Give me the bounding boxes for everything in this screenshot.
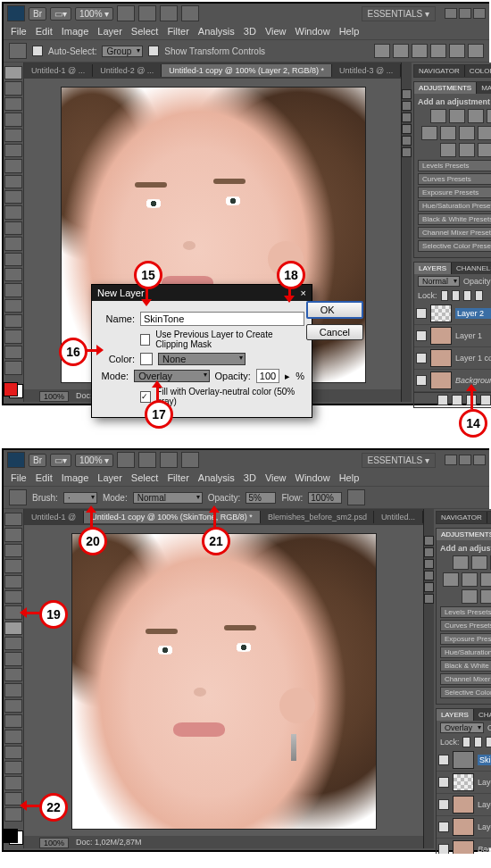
menu-edit[interactable]: Edit [36, 472, 53, 483]
3d-tool[interactable] [4, 346, 22, 359]
align-icon[interactable] [468, 44, 484, 58]
preset-row[interactable]: Black & White Presets [440, 660, 491, 672]
layer-name[interactable]: Background [478, 845, 491, 854]
eraser-tool[interactable] [4, 668, 22, 681]
brush-flow-field[interactable]: 100% [308, 492, 342, 504]
lock-icon[interactable] [475, 290, 483, 301]
preset-row[interactable]: Curves Presets [440, 620, 491, 631]
menu-layer[interactable]: Layer [97, 472, 122, 483]
visibility-icon[interactable] [416, 308, 427, 319]
preset-row[interactable]: Levels Presets [440, 606, 491, 618]
dodge-tool[interactable] [4, 268, 22, 281]
bridge-button[interactable]: Br [29, 7, 46, 21]
visibility-icon[interactable] [438, 755, 449, 765]
channels-tab[interactable]: CHANNELS [452, 263, 491, 274]
stamp-tool[interactable] [4, 637, 22, 650]
layer-row[interactable]: Layer 2 [437, 772, 491, 794]
preset-row[interactable]: Channel Mixer Presets [418, 227, 491, 238]
layer-row[interactable]: SkinTone [437, 749, 491, 772]
menu-filter[interactable]: Filter [167, 472, 188, 483]
adj-icon[interactable] [462, 589, 478, 604]
doc-tab-active[interactable]: Untitled-1 copy @ 100% (Layer 2, RGB/8) … [162, 64, 332, 77]
tray-icon[interactable] [424, 571, 434, 580]
menu-filter[interactable]: Filter [167, 26, 188, 37]
brush-tool[interactable] [4, 175, 22, 188]
zoom-icon[interactable] [138, 452, 156, 468]
gradient-tool[interactable] [4, 683, 22, 697]
cancel-button[interactable]: Cancel [306, 324, 363, 340]
layer-name[interactable]: Layer 1 copy [455, 354, 491, 363]
layer-row[interactable]: Layer 1 [414, 325, 491, 347]
doc-tab[interactable]: Untitled... [374, 511, 423, 523]
lock-icon[interactable] [463, 290, 471, 301]
quick-select-tool[interactable] [4, 559, 22, 572]
preset-row[interactable]: Selective Color Presets [418, 240, 491, 252]
menu-analysis[interactable]: Analysis [198, 26, 235, 37]
blur-tool[interactable] [4, 253, 22, 266]
layers-tab[interactable]: LAYERS [437, 709, 474, 721]
menu-window[interactable]: Window [295, 472, 330, 483]
color-dropdown[interactable]: None [158, 353, 246, 365]
brush-picker[interactable]: · [63, 492, 97, 504]
adj-icon[interactable] [440, 126, 456, 140]
close-icon[interactable]: × [301, 288, 306, 298]
mode-dropdown[interactable]: Overlay [134, 370, 209, 382]
shape-tool[interactable] [4, 330, 22, 343]
menu-analysis[interactable]: Analysis [198, 472, 235, 483]
menu-view[interactable]: View [265, 26, 287, 37]
adj-icon[interactable] [480, 589, 491, 604]
rotate-view-icon[interactable] [160, 452, 178, 468]
lock-icon[interactable] [486, 737, 491, 747]
align-icon[interactable] [393, 44, 409, 58]
lock-icon[interactable] [462, 737, 470, 747]
menu-image[interactable]: Image [62, 472, 89, 483]
adj-icon[interactable] [471, 555, 487, 570]
doc-tab-active[interactable]: Untitled-1 copy @ 100% (SkinTone, RGB/8)… [84, 511, 261, 523]
fill-neutral-checkbox[interactable] [140, 391, 151, 403]
zoom-field[interactable]: 100% [39, 838, 69, 848]
lock-icon[interactable] [441, 290, 449, 301]
blur-tool[interactable] [4, 699, 22, 713]
type-tool[interactable] [4, 746, 22, 759]
menu-help[interactable]: Help [339, 472, 360, 483]
nav-tab[interactable]: NAVIGATOR [437, 512, 487, 523]
menu-3d[interactable]: 3D [244, 26, 256, 37]
pen-tool[interactable] [4, 730, 22, 743]
shape-tool[interactable] [4, 776, 22, 789]
crop-tool[interactable] [4, 129, 22, 142]
preset-row[interactable]: Selective Color Presets [440, 687, 491, 698]
tray-icon[interactable] [402, 147, 412, 157]
menu-file[interactable]: File [11, 26, 27, 37]
visibility-icon[interactable] [438, 777, 449, 788]
adj-icon[interactable] [478, 126, 491, 140]
arrange-docs-icon[interactable] [181, 452, 199, 468]
layer-name[interactable]: Layer 1 copy [478, 822, 491, 831]
history-brush-tool[interactable] [4, 652, 22, 665]
adj-icon[interactable] [449, 109, 465, 123]
menu-select[interactable]: Select [131, 26, 159, 37]
tray-icon[interactable] [424, 547, 434, 557]
airbrush-icon[interactable] [347, 489, 365, 505]
brush-tool[interactable] [4, 622, 22, 635]
doc-tab[interactable]: Untitled-3 @ ... [332, 64, 401, 77]
layer-row[interactable]: Layer 1 [437, 794, 491, 816]
layer-name[interactable]: Layer 1 [478, 800, 491, 809]
adj-icon[interactable] [459, 143, 475, 157]
tray-icon[interactable] [402, 89, 412, 99]
window-controls[interactable] [445, 8, 486, 19]
menu-image[interactable]: Image [62, 26, 89, 37]
layer-name-field[interactable]: SkinTone [140, 312, 304, 326]
zoom-level-drop[interactable]: 100% ▾ [75, 7, 113, 21]
layers-tab[interactable]: LAYERS [414, 263, 452, 274]
hand-icon[interactable] [117, 452, 135, 468]
blend-mode-drop[interactable]: Normal [418, 276, 460, 287]
masks-tab[interactable]: MASKS [477, 82, 491, 94]
adj-icon[interactable] [421, 126, 437, 140]
menu-layer[interactable]: Layer [97, 26, 122, 37]
layer-name[interactable]: Layer 2 [455, 308, 491, 319]
visibility-icon[interactable] [416, 353, 427, 363]
path-select-tool[interactable] [4, 314, 22, 328]
menu-select[interactable]: Select [131, 472, 159, 483]
show-transform-checkbox[interactable] [148, 46, 159, 56]
layer-row[interactable]: Layer 2 [414, 303, 491, 325]
